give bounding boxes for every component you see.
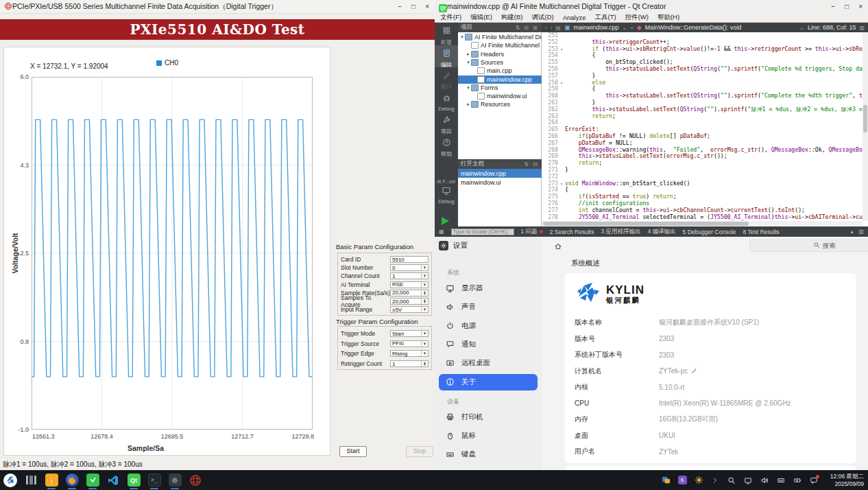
editor-file-tab[interactable]: mainwindow.cpp — [573, 24, 618, 31]
tray-search[interactable] — [725, 473, 738, 488]
taskbar-app-task-view[interactable] — [21, 470, 41, 490]
home-icon[interactable] — [554, 241, 562, 253]
chevron-down-icon[interactable]: ▼ — [421, 282, 428, 288]
mode-Debug[interactable]: Debug — [435, 90, 458, 112]
tree-expand-arrow[interactable]: ▾ — [459, 34, 465, 40]
dropdown[interactable]: Rising▼ — [390, 350, 429, 357]
spinbox[interactable]: 20,000▲▼ — [390, 298, 429, 305]
mode-项目[interactable]: 项目 — [435, 112, 458, 134]
fold-marker[interactable]: ▾ — [558, 180, 565, 187]
menu-item[interactable]: 控件(W) — [625, 13, 649, 22]
tray-expand-chevron[interactable] — [709, 473, 721, 488]
minimize-icon[interactable]: − — [831, 3, 835, 10]
output-pane-4[interactable]: 4 编译输出 — [647, 228, 675, 236]
sidebar-item-display[interactable]: 显示器 — [439, 280, 538, 296]
taskbar-app-control-center[interactable] — [165, 470, 185, 490]
sidebar-toggle-icon[interactable]: ▥ — [859, 25, 865, 31]
open-doc-mainwindow.cpp[interactable]: mainwindow.cpp — [458, 169, 542, 178]
tree-expand-arrow[interactable]: ▾ — [466, 85, 471, 91]
spin-arrows-icon[interactable]: ▲▼ — [421, 299, 428, 304]
close-tab-icon[interactable]: × — [630, 25, 634, 31]
sidebar-item-power[interactable]: 电源 — [439, 318, 538, 334]
text-input[interactable]: 5510 — [390, 256, 429, 263]
tree-item-main-cpp[interactable]: main.cpp — [458, 67, 555, 75]
open-doc-mainwindow.ui[interactable]: mainwindow.ui — [458, 178, 542, 187]
chevron-down-icon[interactable]: ▼ — [421, 307, 428, 312]
locator-icon[interactable]: ▦ — [439, 229, 444, 235]
taskbar-app-firefox[interactable] — [62, 470, 82, 490]
menu-item[interactable]: 帮助(H) — [658, 13, 679, 22]
menu-item[interactable]: 构建(B) — [501, 13, 523, 22]
minimize-icon[interactable]: − — [398, 3, 402, 10]
tray-battery[interactable] — [791, 473, 804, 488]
tray-cast[interactable] — [742, 473, 754, 488]
chevron-down-icon[interactable]: ⌄ — [799, 25, 804, 31]
chevron-down-icon[interactable]: ▼ — [421, 341, 428, 347]
spin-arrows-icon[interactable]: ▲▼ — [421, 290, 428, 296]
tree-item-mainwindow-cpp[interactable]: mainwindow.cpp — [458, 75, 555, 84]
tray-brightness[interactable] — [692, 473, 705, 488]
run-button[interactable] — [442, 217, 449, 225]
tree-expand-arrow[interactable]: ▾ — [466, 60, 471, 65]
settings-search[interactable]: 搜索 — [749, 240, 868, 252]
tray-input-method[interactable]: 6 — [676, 473, 688, 488]
output-pane-5[interactable]: 5 Debugger Console — [683, 228, 736, 236]
chevron-down-icon[interactable]: ▼ — [421, 273, 428, 279]
qtcreator-titlebar[interactable]: Qt mainwindow.cpp @ AI Finite Multichann… — [435, 0, 868, 12]
sidebar-item-sound[interactable]: 声音 — [439, 299, 538, 315]
split-icon[interactable]: ▤ — [555, 25, 561, 31]
vertical-scrollbar-thumb[interactable] — [863, 105, 867, 132]
output-pane-3[interactable]: 3 应用程序输出 — [601, 228, 640, 236]
tray-files-tray[interactable] — [660, 473, 672, 488]
tree-item-sources[interactable]: ▾Sources — [458, 58, 549, 67]
start-button[interactable] — [0, 470, 21, 490]
mode-帮助[interactable]: 帮助 — [435, 135, 458, 156]
menu-item[interactable]: 文件(F) — [440, 13, 461, 22]
horizontal-scrollbar-thumb[interactable] — [543, 222, 749, 226]
close-icon[interactable]: × — [425, 3, 429, 10]
sidebar-item-remote[interactable]: 远程桌面 — [439, 355, 538, 371]
tray-messages[interactable] — [808, 473, 820, 488]
taskbar-app-terminal[interactable]: >_ — [144, 470, 165, 490]
menu-item[interactable]: 编辑(E) — [470, 13, 492, 22]
maximize-icon[interactable]: □ — [845, 3, 849, 10]
chevron-down-icon[interactable]: ▼ — [421, 331, 428, 336]
panel-header-icons[interactable]: ⇅ ⊟ ⊞ — [515, 25, 539, 31]
tree-item-ai-finite-multichannel-digi[interactable]: ▾AI Finite Multichannel Digi — [458, 33, 543, 41]
tree-item-resources[interactable]: ▸Resources — [458, 100, 549, 108]
tray-keyboard[interactable] — [775, 473, 787, 488]
fold-marker[interactable]: ▾ — [558, 80, 565, 86]
code-area[interactable]: 251252 this->retriggerCount++;253▾ if (t… — [542, 32, 863, 221]
dropdown[interactable]: RSE▼ — [390, 281, 429, 288]
collapse-icon[interactable]: ▴ — [850, 229, 853, 235]
sidebar-item-printer[interactable]: 打印机 — [439, 409, 538, 425]
taskbar-clock[interactable]: 12:06 星期二 2025/09/09 — [823, 473, 868, 487]
tray-volume[interactable] — [758, 473, 771, 488]
taskbar-app-qt-creator[interactable]: Qt — [123, 470, 144, 490]
editor-symbol[interactable]: MainWindow::GenerateData(): void — [645, 24, 742, 31]
locator-input[interactable] — [451, 229, 514, 235]
dropdown[interactable]: Start▼ — [390, 330, 429, 337]
back-icon[interactable]: ‹ — [545, 25, 547, 31]
tree-expand-arrow[interactable]: ▸ — [466, 102, 471, 107]
output-pane-6[interactable]: 8 Test Results — [743, 228, 780, 236]
stop-button[interactable]: Stop — [406, 446, 433, 457]
dropdown[interactable]: 0▼ — [390, 264, 429, 271]
taskbar-app-app-store[interactable] — [82, 470, 103, 490]
panel-icon[interactable]: ▥ — [858, 229, 864, 235]
spinbox[interactable]: 1▲▼ — [390, 360, 429, 367]
chevron-down-icon[interactable]: ▼ — [421, 351, 428, 356]
waveform-plot[interactable] — [32, 77, 313, 430]
mode-欢迎[interactable]: 欢迎 — [435, 23, 458, 45]
fold-marker[interactable]: ▾ — [558, 46, 565, 53]
sidebar-item-keyboard[interactable]: 键盘 — [439, 446, 538, 463]
chevron-down-icon[interactable]: ⌄ — [622, 25, 627, 31]
mode-设计[interactable]: 设计 — [435, 67, 458, 89]
mode-编辑[interactable]: 编辑 — [435, 45, 458, 67]
forward-icon[interactable]: › — [551, 25, 553, 31]
tree-item-mainwindow-ui[interactable]: mainwindow.ui — [458, 92, 555, 100]
output-pane-1[interactable]: 1 问题 — [521, 228, 543, 236]
daq-titlebar[interactable]: PCIe/PXIe/USB 5500 Series Multichannel F… — [0, 0, 435, 14]
sidebar-item-about[interactable]: 关于 — [439, 374, 538, 390]
taskbar-app-file-manager[interactable]: ⋮ — [41, 470, 62, 490]
